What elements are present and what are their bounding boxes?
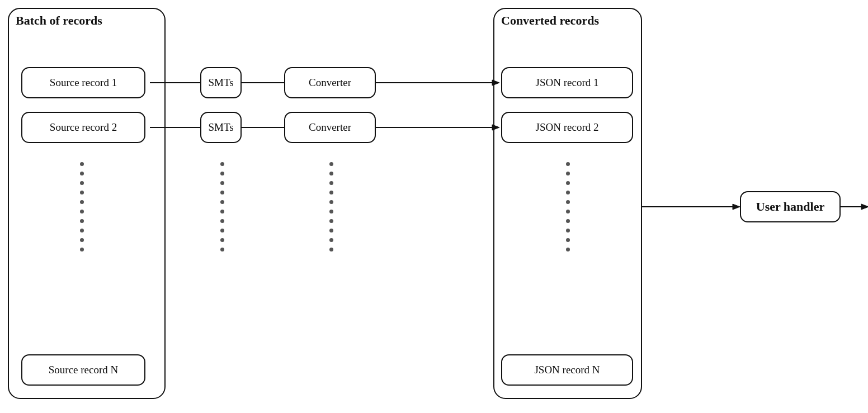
diagram: Batch of records Source record 1 Source …	[0, 0, 868, 413]
dot	[80, 210, 84, 213]
dot	[329, 172, 333, 175]
dot	[566, 200, 570, 204]
dot	[566, 248, 570, 251]
dot	[566, 219, 570, 223]
converted-label: Converted records	[501, 13, 599, 28]
svg-marker-9	[733, 204, 740, 210]
dot	[566, 181, 570, 185]
dot	[329, 248, 333, 251]
dot	[329, 181, 333, 185]
dot	[220, 172, 224, 175]
batch-label: Batch of records	[16, 13, 102, 28]
dot	[220, 238, 224, 242]
dot	[329, 210, 333, 213]
dot	[329, 229, 333, 232]
batch-box	[8, 8, 166, 399]
dot	[329, 238, 333, 242]
json-record-2-label: JSON record 2	[536, 121, 599, 134]
dot	[566, 191, 570, 194]
dot	[566, 238, 570, 242]
smts-2-box: SMTs	[200, 112, 242, 143]
source-record-n-label: Source record N	[49, 364, 119, 376]
converter-2-label: Converter	[309, 121, 351, 134]
dot	[220, 181, 224, 185]
dot	[220, 162, 224, 166]
dot	[80, 219, 84, 223]
dot	[566, 172, 570, 175]
dot	[80, 248, 84, 251]
user-handler-box: User handler	[740, 191, 841, 222]
dot	[329, 219, 333, 223]
dot	[80, 172, 84, 175]
dot	[566, 229, 570, 232]
dot	[566, 210, 570, 213]
dot	[80, 200, 84, 204]
dot	[220, 210, 224, 213]
json-record-2-box: JSON record 2	[501, 112, 633, 143]
dot	[329, 200, 333, 204]
batch-dots	[80, 162, 84, 251]
converter-1-label: Converter	[309, 77, 351, 89]
source-record-2-box: Source record 2	[21, 112, 145, 143]
dot	[80, 181, 84, 185]
json-record-1-label: JSON record 1	[536, 77, 599, 89]
converter-dots	[329, 162, 333, 251]
dot	[329, 191, 333, 194]
dot	[329, 162, 333, 166]
dot	[220, 229, 224, 232]
dot	[80, 191, 84, 194]
json-record-1-box: JSON record 1	[501, 67, 633, 98]
smts-1-box: SMTs	[200, 67, 242, 98]
converter-2-box: Converter	[284, 112, 376, 143]
dot	[80, 162, 84, 166]
source-record-1-label: Source record 1	[50, 77, 117, 89]
converter-1-box: Converter	[284, 67, 376, 98]
json-dots	[566, 162, 570, 251]
dot	[220, 219, 224, 223]
dot	[566, 162, 570, 166]
smts-2-label: SMTs	[208, 121, 233, 134]
user-handler-label: User handler	[756, 200, 824, 214]
source-record-1-box: Source record 1	[21, 67, 145, 98]
dot	[220, 248, 224, 251]
dot	[220, 191, 224, 194]
source-record-n-box: Source record N	[21, 354, 145, 386]
source-record-2-label: Source record 2	[50, 121, 117, 134]
json-record-n-label: JSON record N	[534, 364, 600, 376]
dot	[80, 229, 84, 232]
smts-1-label: SMTs	[208, 77, 233, 89]
svg-marker-11	[861, 204, 868, 210]
smts-dots	[220, 162, 224, 251]
dot	[220, 200, 224, 204]
json-record-n-box: JSON record N	[501, 354, 633, 386]
dot	[80, 238, 84, 242]
